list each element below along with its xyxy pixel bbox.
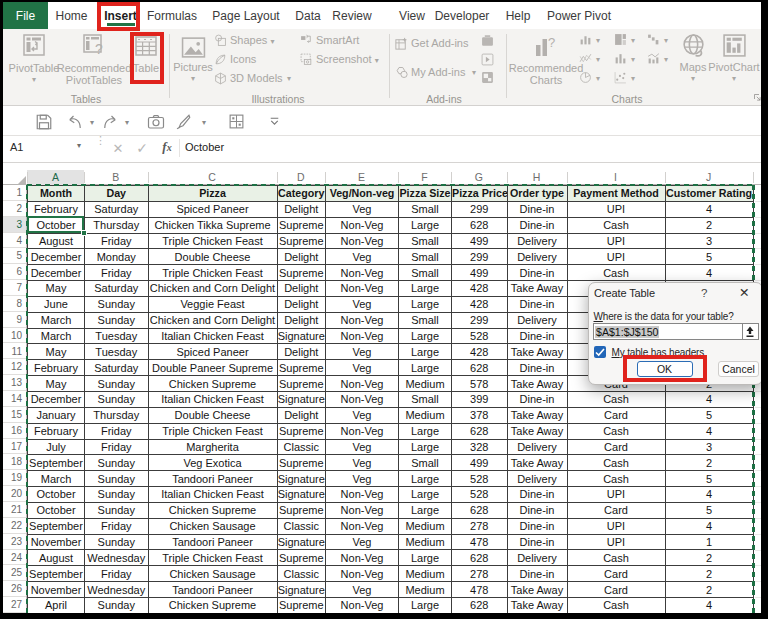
svg-text:?: ? (95, 41, 103, 57)
svg-text:?: ? (548, 35, 555, 50)
